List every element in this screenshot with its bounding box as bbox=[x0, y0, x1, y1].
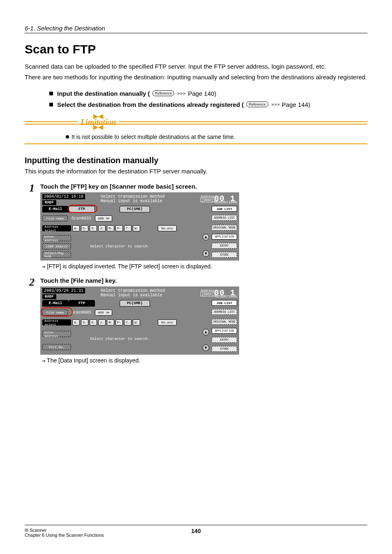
bullet-list: Input the destination manually ( Referen… bbox=[49, 90, 367, 108]
lcd-letter[interactable]: D- bbox=[81, 225, 88, 231]
lcd-application-button[interactable]: APPLICATION bbox=[212, 328, 237, 334]
step-title: Touch the [FTP] key on [Scanner mode bas… bbox=[40, 183, 367, 190]
limitation-bottom-icon: ▶◀ bbox=[93, 126, 103, 129]
lcd-letter[interactable]: P- bbox=[115, 319, 123, 325]
lcd-original-mode-button[interactable]: ORIGINAL MODE bbox=[212, 225, 237, 231]
step-result: → The [Data Input] screen is displayed. bbox=[42, 357, 367, 364]
page-title: Scan to FTP bbox=[25, 42, 367, 56]
lcd-address-select[interactable]: Address select bbox=[42, 225, 71, 231]
lcd-letter[interactable]: D- bbox=[81, 319, 88, 325]
lcd-memory: MEMORY100% bbox=[215, 295, 237, 299]
lcd-tab-ftp[interactable]: FTP bbox=[69, 300, 95, 307]
step-1: 1 Touch the [FTP] key on [Scanner mode b… bbox=[25, 183, 367, 270]
lcd-entry-button[interactable]: ENTRY bbox=[212, 243, 237, 249]
page-footer: III Scanner Chapter 6 Using the Scanner … bbox=[25, 525, 367, 538]
lcd-store-button[interactable]: STORE bbox=[212, 346, 237, 352]
lcd-search-prompt: Select character to search bbox=[90, 337, 148, 341]
lcd-joblist-button[interactable]: JOB LIST bbox=[212, 206, 237, 212]
lcd-noetc[interactable]: No.etc bbox=[158, 225, 177, 231]
lcd-tab-email[interactable]: E-Mail bbox=[42, 300, 69, 307]
lcd-radf: RADF bbox=[42, 200, 56, 205]
lcd-add-button[interactable]: ADD ≫ bbox=[95, 309, 112, 316]
lcd-search-prompt: Select character to search bbox=[90, 245, 148, 249]
limitation-note: It is not possible to select multiple de… bbox=[71, 134, 235, 140]
page-ref: Page 144) bbox=[282, 101, 310, 108]
lcd-letter[interactable]: W- bbox=[133, 225, 140, 231]
step-result: → [FTP] is displayed inverted. The [FTP … bbox=[42, 263, 367, 270]
lcd-joblist-button[interactable]: JOB LIST bbox=[212, 300, 237, 306]
square-bullet-icon bbox=[49, 92, 53, 95]
lcd-port-no[interactable]: Port No. bbox=[42, 344, 71, 350]
lcd-message: Select transmission method Manual input … bbox=[101, 289, 165, 298]
lcd-store-button[interactable]: STORE bbox=[212, 252, 237, 258]
lcd-screenshot-2: 2003/05/28 21:31 Select transmission met… bbox=[40, 286, 239, 355]
step-2: 2 Touch the [File name] key. 2003/05/28 … bbox=[25, 277, 367, 364]
lcd-tab-pcsmb[interactable]: PC(SMB) bbox=[120, 300, 150, 307]
lcd-noetc[interactable]: No.etc bbox=[158, 319, 177, 325]
lcd-radf: RADF bbox=[42, 294, 56, 299]
lcd-filename-key[interactable]: File name bbox=[42, 309, 68, 316]
lcd-enter-address[interactable]: Enter address bbox=[42, 331, 71, 337]
lcd-letter[interactable]: J- bbox=[98, 225, 106, 231]
lcd-letter[interactable]: M- bbox=[107, 319, 114, 325]
lcd-memory: MEMORY100% bbox=[215, 201, 237, 205]
section-sub: This inputs the information for the dest… bbox=[25, 167, 367, 176]
step-number: 2 bbox=[25, 277, 35, 288]
lcd-filename-value: Scan0033 bbox=[69, 216, 94, 221]
lcd-add-button[interactable]: ADD ≫ bbox=[95, 215, 112, 222]
lcd-ldap-search[interactable]: LDAP Search bbox=[42, 243, 71, 249]
arrows-icon: ➤➤➤ bbox=[271, 102, 279, 107]
lcd-letter[interactable]: A- bbox=[72, 225, 80, 231]
lcd-datetime: 2004/01/12 16:18 bbox=[42, 194, 85, 199]
lcd-tab-email[interactable]: E-Mail bbox=[42, 206, 69, 212]
intro-paragraph-1: Scanned data can be uploaded to the spec… bbox=[25, 62, 367, 71]
lcd-letter[interactable]: M- bbox=[107, 225, 114, 231]
section-heading: Inputting the destination manually bbox=[25, 156, 367, 165]
bullet-manual-input: Input the destination manually ( Referen… bbox=[49, 90, 367, 97]
lcd-screenshot-1: 2004/01/12 16:18 Select transmission met… bbox=[40, 192, 239, 261]
lcd-letter[interactable]: T- bbox=[124, 225, 131, 231]
step-title: Touch the [File name] key. bbox=[40, 277, 367, 284]
lcd-address-list-button[interactable]: ADDRESS LIST bbox=[212, 309, 237, 315]
lcd-letter[interactable]: J- bbox=[98, 319, 106, 325]
lcd-original-mode-button[interactable]: ORIGINAL MODE bbox=[212, 319, 237, 325]
lcd-letter[interactable]: T- bbox=[124, 319, 131, 325]
bullet-text: Select the destination from the destinat… bbox=[57, 101, 244, 108]
lcd-application-button[interactable]: APPLICATION bbox=[212, 234, 237, 240]
lcd-subject-body[interactable]: Subject/Msg Body bbox=[42, 252, 71, 258]
page-ref: Page 140) bbox=[188, 90, 216, 97]
lcd-filename-value: Scan0005 bbox=[69, 310, 94, 315]
bullet-text: Input the destination manually ( bbox=[57, 90, 150, 97]
arrows-icon: ➤➤➤ bbox=[177, 91, 185, 96]
step-number: 1 bbox=[25, 183, 35, 194]
lcd-address-count: Address [000#] bbox=[201, 289, 215, 296]
lcd-entry-button[interactable]: ENTRY bbox=[212, 337, 237, 343]
intro-paragraph-2: There are two methods for inputting the … bbox=[25, 73, 367, 82]
bullet-registered: Select the destination from the destinat… bbox=[49, 101, 367, 108]
lcd-letter[interactable]: G- bbox=[90, 319, 97, 325]
lcd-letter[interactable]: P- bbox=[115, 225, 123, 231]
lcd-tab-ftp[interactable]: FTP bbox=[69, 206, 95, 212]
lcd-letter[interactable]: A- bbox=[72, 319, 80, 325]
reference-badge: Reference bbox=[246, 102, 268, 107]
limitation-callout: ▶◀ Limitation ▶◀ It is not possible to s… bbox=[25, 115, 367, 144]
lcd-enter-address[interactable]: Enter address bbox=[42, 235, 71, 241]
lcd-letter[interactable]: G- bbox=[90, 225, 97, 231]
lcd-datetime: 2003/05/28 21:31 bbox=[42, 288, 85, 293]
lcd-tab-pcsmb[interactable]: PC(SMB) bbox=[120, 206, 150, 212]
lcd-address-list-button[interactable]: ADDRESS LIST bbox=[212, 215, 237, 221]
reference-badge: Reference bbox=[152, 90, 175, 96]
lcd-address-select[interactable]: Address select bbox=[42, 319, 71, 325]
lcd-filename-key[interactable]: File name bbox=[42, 215, 68, 222]
breadcrumb: 6-1. Selecting the Destination bbox=[25, 25, 367, 33]
lcd-address-count: Address [000#] bbox=[201, 194, 215, 202]
square-bullet-icon bbox=[49, 103, 53, 106]
footer-page-number: 140 bbox=[25, 528, 367, 534]
lcd-letter[interactable]: W- bbox=[133, 319, 140, 325]
dot-bullet-icon bbox=[66, 135, 69, 138]
lcd-message: Select transmission method Manual input … bbox=[101, 194, 165, 203]
